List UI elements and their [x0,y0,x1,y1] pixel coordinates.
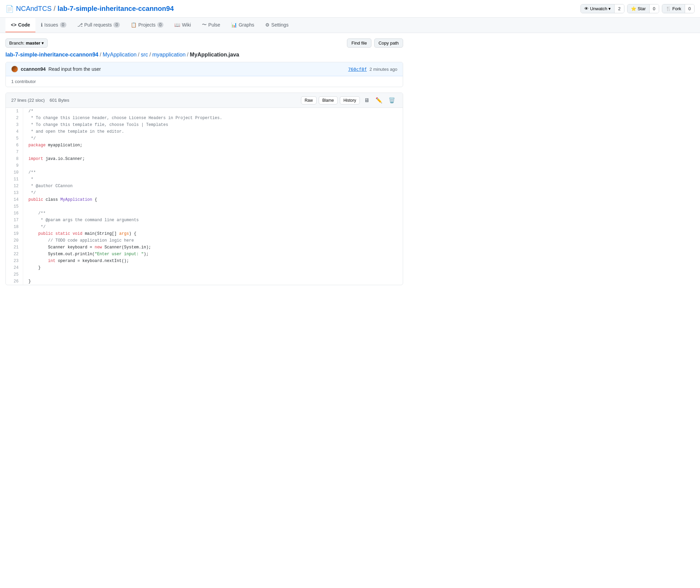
file-viewer: 27 lines (22 sloc) 601 Bytes Raw Blame H… [5,93,403,285]
line-code: System.out.println("Enter user input: ")… [23,251,403,258]
table-row: 14public class MyApplication { [6,196,403,203]
star-btn-group: ⭐ Star 0 [627,4,659,13]
table-row: 17 * @param args the command line argume… [6,217,403,224]
table-row: 22 System.out.println("Enter user input:… [6,251,403,258]
table-row: 2 * To change this license header, choos… [6,115,403,121]
line-number: 12 [6,183,23,190]
find-file-button[interactable]: Find file [347,38,371,48]
repo-name-link[interactable]: lab-7-simple-inheritance-ccannon94 [58,5,174,13]
table-row: 8import java.io.Scanner; [6,156,403,162]
file-path-actions: Find file Copy path [347,38,403,48]
table-row: 10/** [6,169,403,176]
repo-title: 📄 NCAndTCS / lab-7-simple-inheritance-cc… [5,5,174,13]
projects-badge: 0 [157,22,164,28]
top-header: 📄 NCAndTCS / lab-7-simple-inheritance-cc… [0,0,700,18]
file-header: 27 lines (22 sloc) 601 Bytes Raw Blame H… [6,93,403,108]
lines-info: 27 lines (22 sloc) [11,98,45,103]
breadcrumb-myapplication-pkg-link[interactable]: myapplication [152,52,186,58]
breadcrumb-repo-link[interactable]: lab-7-simple-inheritance-ccannon94 [5,52,98,58]
commit-time: 2 minutes ago [369,67,397,72]
breadcrumb-src-link[interactable]: src [141,52,148,58]
table-row: 12 * @author CCannon [6,183,403,190]
monitor-button[interactable]: 🖥 [362,96,371,105]
breadcrumb: lab-7-simple-inheritance-ccannon94 / MyA… [5,52,403,58]
settings-icon: ⚙ [265,22,270,28]
line-code [23,271,403,278]
branch-label: Branch: [9,40,25,46]
tab-projects[interactable]: 📋 Projects 0 [125,18,169,32]
line-number: 24 [6,264,23,271]
delete-button[interactable]: 🗑️ [386,96,397,105]
line-number: 10 [6,169,23,176]
line-code: * and open the template in the editor. [23,128,403,135]
code-table: 1/*2 * To change this license header, ch… [6,108,403,285]
line-code: package myapplication; [23,142,403,149]
line-code: /** [23,210,403,217]
commit-left: ccannon94 Read input from the user [11,66,101,72]
contributors-info: 1 contributor [6,76,403,87]
line-code: /** [23,169,403,176]
raw-button[interactable]: Raw [301,96,317,104]
tab-pull-requests[interactable]: ⎇ Pull requests 0 [72,18,126,32]
table-row: 18 */ [6,224,403,230]
commit-info: ccannon94 Read input from the user 760cf… [6,62,403,76]
tab-pulse[interactable]: 〜 Pulse [196,18,226,33]
tab-wiki[interactable]: 📖 Wiki [169,18,196,32]
blame-button[interactable]: Blame [319,96,338,104]
breadcrumb-myapplication-link[interactable]: MyApplication [102,52,137,58]
line-code: * To change this template file, choose T… [23,121,403,128]
line-number: 9 [6,162,23,169]
table-row: 5 */ [6,135,403,142]
breadcrumb-sep-3: / [149,52,151,58]
line-number: 11 [6,176,23,183]
pr-icon: ⎇ [77,22,83,28]
line-code: } [23,278,403,285]
chevron-down-icon: ▾ [608,6,611,11]
line-number: 22 [6,251,23,258]
tab-issues[interactable]: ℹ Issues 0 [35,18,71,32]
fork-button[interactable]: 🍴 Fork [662,4,685,13]
header-actions: 👁 Unwatch ▾ 2 ⭐ Star 0 🍴 Fork 0 [580,4,695,13]
history-button[interactable]: History [340,96,360,104]
table-row: 1/* [6,108,403,115]
line-number: 15 [6,203,23,210]
file-meta: 27 lines (22 sloc) 601 Bytes [11,98,69,103]
issues-badge: 0 [60,22,66,28]
edit-button[interactable]: ✏️ [373,96,384,105]
watch-count: 2 [614,4,624,13]
line-code: * @author CCannon [23,183,403,190]
repo-owner-link[interactable]: NCAndTCS [16,5,51,13]
line-number: 1 [6,108,23,115]
table-row: 26} [6,278,403,285]
table-row: 9 [6,162,403,169]
code-viewer: 1/*2 * To change this license header, ch… [6,108,403,285]
breadcrumb-sep-2: / [138,52,139,58]
line-code [23,162,403,169]
line-code: Scanner keyboard = new Scanner(System.in… [23,244,403,251]
issues-icon: ℹ [41,22,43,28]
tab-graphs[interactable]: 📊 Graphs [226,18,260,32]
fork-icon: 🍴 [666,6,671,11]
line-number: 4 [6,128,23,135]
contributors-count: 1 contributor [11,79,36,84]
eye-icon: 👁 [584,6,589,11]
star-icon: ⭐ [631,6,636,11]
line-code: */ [23,190,403,196]
commit-author-link[interactable]: ccannon94 [21,66,46,72]
line-number: 18 [6,224,23,230]
watch-button[interactable]: 👁 Unwatch ▾ [581,4,615,13]
commit-hash-link[interactable]: 760cf8f [348,67,367,72]
table-row: 24 } [6,264,403,271]
tab-settings[interactable]: ⚙ Settings [260,18,294,32]
branch-selector[interactable]: Branch: master ▾ [5,38,48,48]
line-number: 19 [6,230,23,237]
line-code: */ [23,135,403,142]
copy-path-button[interactable]: Copy path [374,38,403,48]
star-count: 0 [649,4,659,13]
line-code: // TODO code application logic here [23,237,403,244]
table-row: 20 // TODO code application logic here [6,237,403,244]
line-number: 23 [6,258,23,264]
breadcrumb-sep-4: / [187,52,188,58]
star-button[interactable]: ⭐ Star [627,4,649,13]
tab-code[interactable]: <> Code [5,18,35,32]
